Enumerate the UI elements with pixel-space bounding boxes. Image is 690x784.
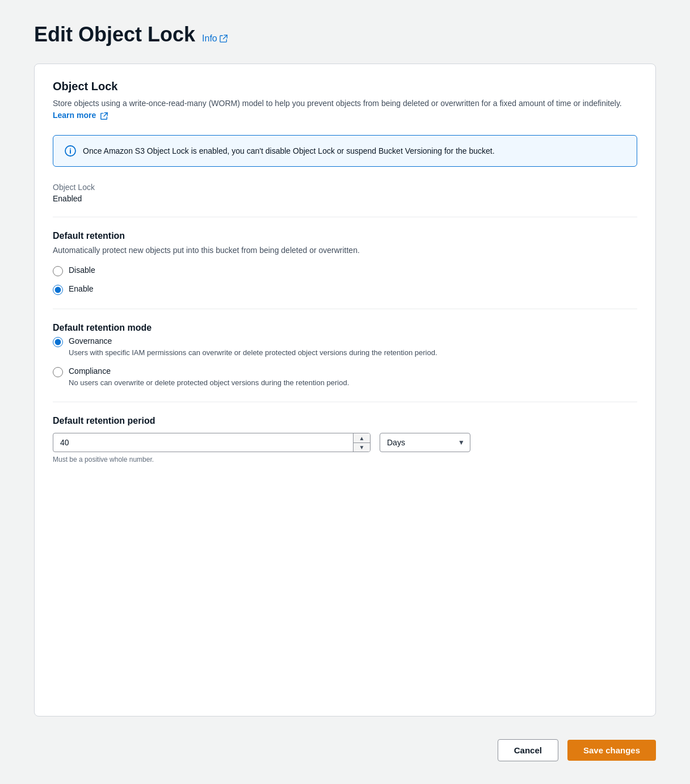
learn-more-external-icon [100, 112, 108, 120]
page-wrapper: Edit Object Lock Info Object Lock Store … [0, 0, 690, 784]
footer: Cancel Save changes [34, 723, 656, 784]
default-retention-desc: Automatically protect new objects put in… [53, 245, 637, 256]
governance-label: Governance [69, 336, 437, 345]
enable-radio[interactable] [53, 285, 63, 295]
learn-more-link[interactable]: Learn more [53, 111, 108, 120]
retention-mode-title: Default retention mode [53, 323, 637, 333]
compliance-desc: No users can overwrite or delete protect… [69, 377, 349, 389]
hint-text: Must be a positive whole number. [53, 456, 637, 463]
divider-3 [53, 402, 637, 402]
page-header: Edit Object Lock Info [34, 23, 656, 47]
object-lock-section-desc: Store objects using a write-once-read-ma… [53, 98, 637, 121]
compliance-radio-option[interactable]: Compliance No users can overwrite or del… [53, 366, 637, 389]
cancel-button[interactable]: Cancel [498, 739, 558, 761]
page-title: Edit Object Lock [34, 23, 195, 47]
disable-radio-option[interactable]: Disable [53, 265, 637, 276]
governance-option-content: Governance Users with specific IAM permi… [69, 336, 437, 359]
save-changes-button[interactable]: Save changes [567, 740, 656, 761]
spinner-buttons: ▲ ▼ [353, 433, 370, 452]
retention-period-row: ▲ ▼ Days Years ▼ [53, 433, 637, 452]
enable-label: Enable [69, 284, 94, 293]
disable-radio[interactable] [53, 266, 63, 276]
governance-radio-option[interactable]: Governance Users with specific IAM permi… [53, 336, 637, 359]
spinner-up-button[interactable]: ▲ [354, 433, 370, 443]
compliance-option-content: Compliance No users can overwrite or del… [69, 366, 349, 389]
enable-radio-option[interactable]: Enable [53, 284, 637, 295]
object-lock-status-group: Object Lock Enabled [53, 183, 637, 203]
retention-period-input[interactable] [53, 433, 371, 452]
object-lock-status-label: Object Lock [53, 183, 637, 192]
period-select[interactable]: Days Years [380, 433, 470, 452]
retention-period-input-wrapper: ▲ ▼ [53, 433, 371, 452]
governance-desc: Users with specific IAM permissions can … [69, 347, 437, 359]
governance-radio[interactable] [53, 337, 63, 347]
info-banner: Once Amazon S3 Object Lock is enabled, y… [53, 135, 637, 167]
external-link-icon [220, 35, 228, 43]
info-box-text: Once Amazon S3 Object Lock is enabled, y… [83, 145, 495, 157]
default-retention-title: Default retention [53, 231, 637, 241]
info-link[interactable]: Info [202, 33, 228, 44]
period-select-wrapper: Days Years ▼ [380, 433, 470, 452]
disable-label: Disable [69, 265, 95, 275]
info-circle-icon [65, 145, 76, 157]
compliance-radio[interactable] [53, 367, 63, 377]
retention-period-title: Default retention period [53, 416, 637, 426]
object-lock-status-value: Enabled [53, 194, 637, 203]
info-link-label: Info [202, 33, 217, 44]
spinner-down-button[interactable]: ▼ [354, 443, 370, 452]
main-card: Object Lock Store objects using a write-… [34, 64, 656, 716]
object-lock-section-title: Object Lock [53, 80, 637, 93]
compliance-label: Compliance [69, 366, 349, 376]
svg-point-2 [70, 149, 71, 150]
divider-1 [53, 217, 637, 217]
divider-2 [53, 309, 637, 309]
